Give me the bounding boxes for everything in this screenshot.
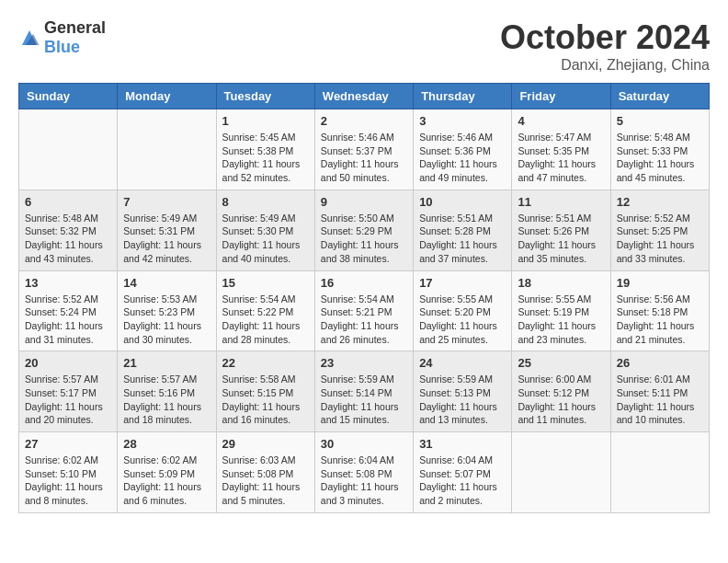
day-info: Sunrise: 5:54 AM Sunset: 5:22 PM Dayligh… <box>222 293 309 347</box>
calendar-day-cell <box>610 432 709 513</box>
logo-general-text: General <box>44 18 106 37</box>
day-number: 24 <box>419 356 506 370</box>
day-number: 20 <box>25 356 111 370</box>
day-info: Sunrise: 6:01 AM Sunset: 5:11 PM Dayligh… <box>617 373 703 427</box>
day-info: Sunrise: 5:49 AM Sunset: 5:31 PM Dayligh… <box>123 212 210 266</box>
calendar-day-cell: 7Sunrise: 5:49 AM Sunset: 5:31 PM Daylig… <box>118 190 216 270</box>
calendar-day-cell: 12Sunrise: 5:52 AM Sunset: 5:25 PM Dayli… <box>610 190 709 270</box>
calendar-day-cell: 11Sunrise: 5:51 AM Sunset: 5:26 PM Dayli… <box>512 190 610 270</box>
day-number: 17 <box>419 276 506 290</box>
day-info: Sunrise: 5:48 AM Sunset: 5:33 PM Dayligh… <box>617 131 703 185</box>
title-block: October 2024 Danxi, Zhejiang, China <box>500 18 710 74</box>
day-number: 9 <box>321 195 407 209</box>
day-info: Sunrise: 5:55 AM Sunset: 5:20 PM Dayligh… <box>419 293 506 347</box>
day-number: 2 <box>321 114 407 128</box>
calendar-day-cell: 30Sunrise: 6:04 AM Sunset: 5:08 PM Dayli… <box>314 432 413 513</box>
calendar-week-row: 20Sunrise: 5:57 AM Sunset: 5:17 PM Dayli… <box>19 351 710 432</box>
day-info: Sunrise: 5:49 AM Sunset: 5:30 PM Dayligh… <box>222 212 309 266</box>
calendar-day-cell: 13Sunrise: 5:52 AM Sunset: 5:24 PM Dayli… <box>19 270 118 351</box>
day-number: 4 <box>518 114 604 128</box>
calendar-day-cell: 14Sunrise: 5:53 AM Sunset: 5:23 PM Dayli… <box>118 270 216 351</box>
calendar-week-row: 27Sunrise: 6:02 AM Sunset: 5:10 PM Dayli… <box>19 432 710 513</box>
calendar-day-cell: 15Sunrise: 5:54 AM Sunset: 5:22 PM Dayli… <box>216 270 314 351</box>
calendar-day-cell: 10Sunrise: 5:51 AM Sunset: 5:28 PM Dayli… <box>414 190 512 270</box>
day-info: Sunrise: 5:57 AM Sunset: 5:17 PM Dayligh… <box>25 373 111 427</box>
calendar-day-cell: 4Sunrise: 5:47 AM Sunset: 5:35 PM Daylig… <box>512 109 610 190</box>
day-number: 8 <box>222 195 309 209</box>
day-number: 22 <box>222 356 309 370</box>
day-number: 1 <box>222 114 309 128</box>
day-info: Sunrise: 5:46 AM Sunset: 5:36 PM Dayligh… <box>419 131 506 185</box>
day-info: Sunrise: 6:00 AM Sunset: 5:12 PM Dayligh… <box>518 373 604 427</box>
calendar-week-row: 6Sunrise: 5:48 AM Sunset: 5:32 PM Daylig… <box>19 190 710 270</box>
day-info: Sunrise: 5:51 AM Sunset: 5:26 PM Dayligh… <box>518 212 604 266</box>
calendar-day-cell: 29Sunrise: 6:03 AM Sunset: 5:08 PM Dayli… <box>216 432 314 513</box>
calendar-day-cell: 5Sunrise: 5:48 AM Sunset: 5:33 PM Daylig… <box>610 109 709 190</box>
day-info: Sunrise: 5:50 AM Sunset: 5:29 PM Dayligh… <box>321 212 407 266</box>
day-info: Sunrise: 5:52 AM Sunset: 5:25 PM Dayligh… <box>617 212 703 266</box>
day-info: Sunrise: 5:53 AM Sunset: 5:23 PM Dayligh… <box>123 293 210 347</box>
day-of-week-header: Sunday <box>19 84 118 109</box>
calendar-day-cell: 27Sunrise: 6:02 AM Sunset: 5:10 PM Dayli… <box>19 432 118 513</box>
calendar-day-cell: 21Sunrise: 5:57 AM Sunset: 5:16 PM Dayli… <box>118 351 216 432</box>
day-info: Sunrise: 5:52 AM Sunset: 5:24 PM Dayligh… <box>25 293 111 347</box>
day-number: 13 <box>25 276 111 290</box>
day-info: Sunrise: 5:55 AM Sunset: 5:19 PM Dayligh… <box>518 293 604 347</box>
day-number: 19 <box>617 276 703 290</box>
calendar-day-cell: 2Sunrise: 5:46 AM Sunset: 5:37 PM Daylig… <box>314 109 413 190</box>
logo-icon <box>18 27 40 49</box>
day-number: 15 <box>222 276 309 290</box>
day-info: Sunrise: 5:54 AM Sunset: 5:21 PM Dayligh… <box>321 293 407 347</box>
day-number: 27 <box>25 437 111 451</box>
calendar-day-cell: 1Sunrise: 5:45 AM Sunset: 5:38 PM Daylig… <box>216 109 314 190</box>
calendar-day-cell: 28Sunrise: 6:02 AM Sunset: 5:09 PM Dayli… <box>118 432 216 513</box>
day-number: 7 <box>123 195 210 209</box>
page-header: General Blue October 2024 Danxi, Zhejian… <box>18 18 710 74</box>
calendar-day-cell: 16Sunrise: 5:54 AM Sunset: 5:21 PM Dayli… <box>314 270 413 351</box>
day-info: Sunrise: 5:51 AM Sunset: 5:28 PM Dayligh… <box>419 212 506 266</box>
day-number: 16 <box>321 276 407 290</box>
day-number: 25 <box>518 356 604 370</box>
day-info: Sunrise: 5:46 AM Sunset: 5:37 PM Dayligh… <box>321 131 407 185</box>
calendar-day-cell: 6Sunrise: 5:48 AM Sunset: 5:32 PM Daylig… <box>19 190 118 270</box>
month-title: October 2024 <box>500 18 710 57</box>
calendar-day-cell: 18Sunrise: 5:55 AM Sunset: 5:19 PM Dayli… <box>512 270 610 351</box>
day-number: 12 <box>617 195 703 209</box>
day-of-week-header: Thursday <box>414 84 512 109</box>
day-number: 10 <box>419 195 506 209</box>
day-number: 5 <box>617 114 703 128</box>
day-info: Sunrise: 5:58 AM Sunset: 5:15 PM Dayligh… <box>222 373 309 427</box>
day-info: Sunrise: 5:57 AM Sunset: 5:16 PM Dayligh… <box>123 373 210 427</box>
day-info: Sunrise: 6:02 AM Sunset: 5:10 PM Dayligh… <box>25 454 111 508</box>
calendar-day-cell <box>118 109 216 190</box>
day-of-week-header: Monday <box>118 84 216 109</box>
calendar-day-cell: 3Sunrise: 5:46 AM Sunset: 5:36 PM Daylig… <box>414 109 512 190</box>
day-info: Sunrise: 5:48 AM Sunset: 5:32 PM Dayligh… <box>25 212 111 266</box>
calendar-day-cell: 26Sunrise: 6:01 AM Sunset: 5:11 PM Dayli… <box>610 351 709 432</box>
day-info: Sunrise: 5:45 AM Sunset: 5:38 PM Dayligh… <box>222 131 309 185</box>
day-info: Sunrise: 6:03 AM Sunset: 5:08 PM Dayligh… <box>222 454 309 508</box>
calendar-day-cell: 24Sunrise: 5:59 AM Sunset: 5:13 PM Dayli… <box>414 351 512 432</box>
calendar-day-cell: 23Sunrise: 5:59 AM Sunset: 5:14 PM Dayli… <box>314 351 413 432</box>
day-of-week-header: Tuesday <box>216 84 314 109</box>
calendar-day-cell: 19Sunrise: 5:56 AM Sunset: 5:18 PM Dayli… <box>610 270 709 351</box>
day-info: Sunrise: 6:04 AM Sunset: 5:08 PM Dayligh… <box>321 454 407 508</box>
day-number: 6 <box>25 195 111 209</box>
calendar-header-row: SundayMondayTuesdayWednesdayThursdayFrid… <box>19 84 710 109</box>
day-number: 3 <box>419 114 506 128</box>
calendar-table: SundayMondayTuesdayWednesdayThursdayFrid… <box>18 83 710 513</box>
calendar-day-cell: 22Sunrise: 5:58 AM Sunset: 5:15 PM Dayli… <box>216 351 314 432</box>
calendar-day-cell <box>19 109 118 190</box>
day-of-week-header: Friday <box>512 84 610 109</box>
calendar-day-cell: 25Sunrise: 6:00 AM Sunset: 5:12 PM Dayli… <box>512 351 610 432</box>
calendar-day-cell: 9Sunrise: 5:50 AM Sunset: 5:29 PM Daylig… <box>314 190 413 270</box>
day-info: Sunrise: 5:59 AM Sunset: 5:13 PM Dayligh… <box>419 373 506 427</box>
day-number: 30 <box>321 437 407 451</box>
day-number: 14 <box>123 276 210 290</box>
day-info: Sunrise: 5:59 AM Sunset: 5:14 PM Dayligh… <box>321 373 407 427</box>
day-info: Sunrise: 5:47 AM Sunset: 5:35 PM Dayligh… <box>518 131 604 185</box>
calendar-week-row: 1Sunrise: 5:45 AM Sunset: 5:38 PM Daylig… <box>19 109 710 190</box>
day-info: Sunrise: 6:04 AM Sunset: 5:07 PM Dayligh… <box>419 454 506 508</box>
day-of-week-header: Saturday <box>610 84 709 109</box>
logo: General Blue <box>18 18 106 57</box>
